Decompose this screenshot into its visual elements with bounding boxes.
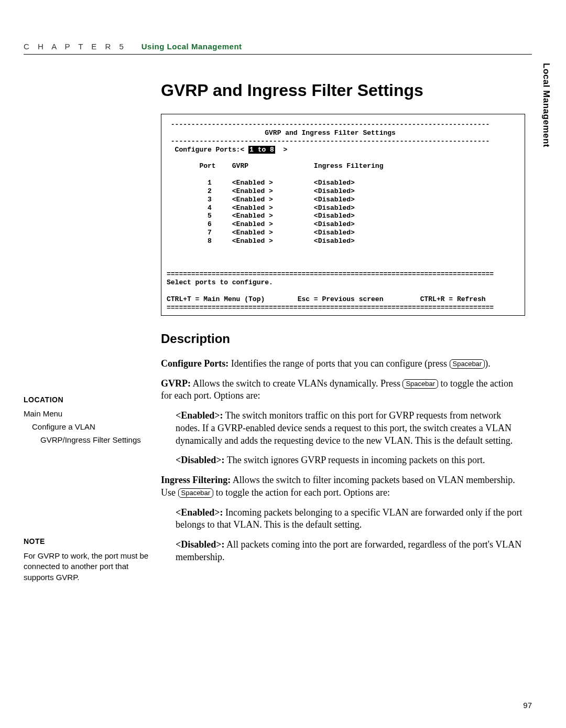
chapter-label: C H A P T E R 5 bbox=[24, 42, 127, 51]
page-number: 97 bbox=[523, 701, 532, 710]
location-l1: Configure a VLAN bbox=[24, 422, 141, 431]
configure-ports-label: Configure Ports: bbox=[161, 358, 228, 369]
side-tab: Local Management bbox=[541, 63, 551, 147]
spacebar-key-icon: Spacebar bbox=[402, 379, 438, 389]
ingress-enabled-label: <Enabled>: bbox=[176, 507, 223, 518]
gvrp-label: GVRP: bbox=[161, 378, 191, 389]
configure-ports-para: Configure Ports: Identifies the range of… bbox=[161, 358, 525, 370]
spacebar-key-icon: Spacebar bbox=[178, 488, 214, 498]
gvrp-enabled-label: <Enabled>: bbox=[176, 410, 223, 421]
gvrp-enabled-para: <Enabled>: The switch monitors traffic o… bbox=[176, 410, 525, 447]
ingress-disabled-label: <Disabled>: bbox=[176, 539, 225, 550]
gvrp-disabled-label: <Disabled>: bbox=[176, 455, 225, 465]
gvrp-disabled-para: <Disabled>: The switch ignores GVRP requ… bbox=[176, 454, 525, 467]
spacebar-key-icon: Spacebar bbox=[450, 359, 485, 369]
location-l0: Main Menu bbox=[24, 409, 141, 418]
location-l2: GVRP/Ingress Filter Settings bbox=[24, 435, 141, 444]
terminal-window: ----------------------------------------… bbox=[161, 114, 525, 316]
note-text: For GVRP to work, the port must be conne… bbox=[24, 551, 152, 583]
ingress-enabled-para: <Enabled>: Incoming packets belonging to… bbox=[176, 507, 525, 532]
ingress-disabled-para: <Disabled>: All packets coming into the … bbox=[176, 539, 525, 564]
description-heading: Description bbox=[161, 331, 525, 346]
location-heading: LOCATION bbox=[24, 395, 141, 404]
header-title: Using Local Management bbox=[142, 42, 242, 51]
header: C H A P T E R 5 Using Local Management bbox=[24, 42, 532, 55]
ingress-label: Ingress Filtering: bbox=[161, 475, 231, 485]
gvrp-para: GVRP: Allows the switch to create VLANs … bbox=[161, 378, 525, 403]
ingress-para: Ingress Filtering: Allows the switch to … bbox=[161, 474, 525, 499]
note-heading: NOTE bbox=[24, 537, 152, 545]
page-title: GVRP and Ingress Filter Settings bbox=[161, 81, 525, 100]
